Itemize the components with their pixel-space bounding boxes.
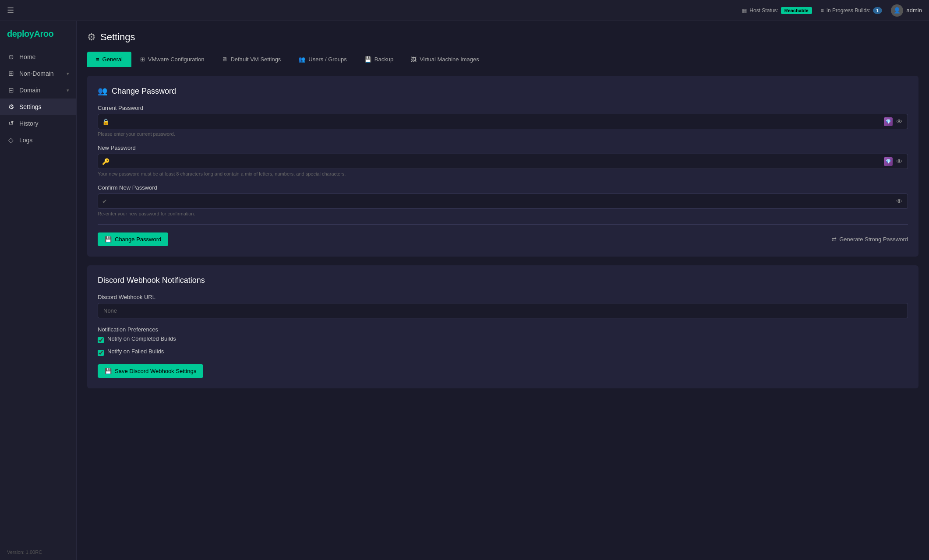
divider	[98, 224, 908, 225]
history-icon: ↺	[7, 120, 15, 127]
hamburger-icon[interactable]: ☰	[7, 6, 14, 15]
sidebar: deployAroo ⊙ Home ⊞ Non-Domain ▾ ⊟ Domai…	[0, 21, 77, 560]
change-password-button[interactable]: 💾 Change Password	[98, 232, 168, 246]
host-status-label: Host Status:	[749, 7, 778, 14]
logs-icon: ◇	[7, 136, 15, 144]
sidebar-item-label: History	[19, 120, 39, 127]
sidebar-item-non-domain[interactable]: ⊞ Non-Domain ▾	[0, 65, 76, 82]
tab-users-icon: 👥	[298, 56, 305, 63]
tab-backup[interactable]: 💾 Backup	[356, 52, 402, 67]
sidebar-item-home[interactable]: ⊙ Home	[0, 49, 76, 65]
non-domain-icon: ⊞	[7, 70, 15, 77]
in-progress-count: 1	[873, 7, 882, 14]
toggle-confirm-password-btn[interactable]: 👁	[894, 197, 904, 206]
tab-default-vm[interactable]: 🖥 Default VM Settings	[213, 52, 290, 67]
sidebar-item-label: Settings	[19, 103, 42, 110]
topbar-right: ▦ Host Status: Reachable ≡ In Progress B…	[742, 4, 922, 17]
shuffle-icon: ⇄	[832, 236, 837, 243]
save-discord-button[interactable]: 💾 Save Discord Webhook Settings	[98, 364, 203, 378]
sidebar-item-label: Home	[19, 53, 35, 60]
toggle-current-password-btn[interactable]: 👁	[894, 117, 904, 126]
tab-general[interactable]: ≡ General	[87, 52, 131, 67]
notify-failed-checkbox[interactable]	[98, 350, 104, 356]
notify-completed-row: Notify on Completed Builds	[98, 335, 908, 345]
host-status-badge: Reachable	[781, 7, 812, 14]
generate-password-button[interactable]: ⇄ Generate Strong Password	[832, 236, 908, 243]
new-password-group: New Password 🔑 💎 👁 Your new password mus…	[98, 144, 908, 176]
notify-failed-label: Notify on Failed Builds	[107, 348, 164, 355]
change-password-card: 👥 Change Password Current Password 🔒 💎 👁…	[87, 76, 918, 257]
tab-general-label: General	[102, 56, 123, 63]
tab-general-icon: ≡	[96, 56, 99, 63]
sidebar-logo: deployAroo	[0, 21, 76, 45]
toggle-new-password-btn[interactable]: 👁	[894, 157, 904, 166]
confirm-password-label: Confirm New Password	[98, 184, 908, 191]
webhook-url-input[interactable]	[98, 303, 908, 318]
new-password-label: New Password	[98, 144, 908, 151]
new-password-actions: 💎 👁	[884, 157, 904, 166]
current-password-input[interactable]	[98, 114, 908, 129]
current-password-group: Current Password 🔒 💎 👁 Please enter your…	[98, 105, 908, 137]
tab-images-icon: 🖼	[411, 56, 417, 63]
tab-backup-label: Backup	[374, 56, 393, 63]
users-icon: 👥	[98, 86, 107, 96]
discord-save-row: 💾 Save Discord Webhook Settings	[98, 364, 908, 378]
tab-backup-icon: 💾	[364, 56, 371, 63]
gem-icon: 💎	[884, 157, 893, 166]
notify-completed-label: Notify on Completed Builds	[107, 335, 176, 342]
sidebar-item-logs[interactable]: ◇ Logs	[0, 132, 76, 148]
notification-preferences: Notification Preferences Notify on Compl…	[98, 326, 908, 357]
discord-section-title: Discord Webhook Notifications	[98, 276, 908, 285]
confirm-password-input[interactable]	[98, 194, 908, 209]
tab-users-groups[interactable]: 👥 Users / Groups	[290, 52, 355, 67]
logo-text1: deploy	[7, 29, 34, 39]
save-icon: 💾	[105, 368, 112, 374]
webhook-url-group: Discord Webhook URL	[98, 294, 908, 318]
tab-default-vm-label: Default VM Settings	[230, 56, 281, 63]
logo-text2: Aroo	[34, 29, 53, 39]
confirm-password-actions: 👁	[894, 197, 904, 206]
sidebar-item-domain[interactable]: ⊟ Domain ▾	[0, 82, 76, 99]
confirm-password-wrapper: ✔ 👁	[98, 194, 908, 209]
sidebar-item-label: Non-Domain	[19, 70, 54, 77]
change-password-title: 👥 Change Password	[98, 86, 908, 96]
current-password-label: Current Password	[98, 105, 908, 111]
sidebar-item-history[interactable]: ↺ History	[0, 115, 76, 132]
page-title-text: Settings	[100, 32, 135, 43]
in-progress-builds: ≡ In Progress Builds: 1	[821, 7, 882, 14]
tab-vm-images-label: Virtual Machine Images	[420, 56, 479, 63]
settings-icon: ⚙	[7, 103, 15, 111]
chevron-down-icon: ▾	[67, 88, 69, 93]
change-password-btn-label: Change Password	[115, 236, 161, 243]
page-title: ⚙ Settings	[87, 32, 918, 43]
domain-icon: ⊟	[7, 86, 15, 94]
password-btn-row: 💾 Change Password ⇄ Generate Strong Pass…	[98, 232, 908, 246]
in-progress-label: In Progress Builds:	[827, 7, 871, 14]
avatar: 👤	[891, 4, 903, 17]
builds-icon: ≡	[821, 7, 824, 14]
generate-password-btn-label: Generate Strong Password	[839, 236, 908, 243]
layout: deployAroo ⊙ Home ⊞ Non-Domain ▾ ⊟ Domai…	[0, 21, 929, 560]
confirm-password-group: Confirm New Password ✔ 👁 Re-enter your n…	[98, 184, 908, 216]
key-icon: 🔑	[102, 158, 110, 165]
notify-completed-checkbox[interactable]	[98, 337, 104, 343]
discord-webhook-card: Discord Webhook Notifications Discord We…	[87, 265, 918, 388]
user-menu[interactable]: 👤 admin	[891, 4, 922, 17]
new-password-input[interactable]	[98, 154, 908, 169]
sidebar-item-settings[interactable]: ⚙ Settings	[0, 99, 76, 115]
check-icon: ✔	[102, 198, 107, 205]
save-discord-btn-label: Save Discord Webhook Settings	[115, 368, 196, 374]
tab-vm-images[interactable]: 🖼 Virtual Machine Images	[402, 52, 488, 67]
topbar: ☰ ▦ Host Status: Reachable ≡ In Progress…	[0, 0, 929, 21]
tab-vmware[interactable]: ⊞ VMware Configuration	[131, 52, 213, 67]
tab-vmware-label: VMware Configuration	[148, 56, 205, 63]
sidebar-item-label: Logs	[19, 137, 32, 144]
new-password-hint: Your new password must be at least 8 cha…	[98, 171, 908, 176]
notification-prefs-label: Notification Preferences	[98, 326, 908, 333]
notify-failed-row: Notify on Failed Builds	[98, 348, 908, 357]
save-icon: 💾	[105, 236, 112, 243]
tab-users-label: Users / Groups	[308, 56, 346, 63]
current-password-wrapper: 🔒 💎 👁	[98, 114, 908, 129]
user-name-label: admin	[907, 7, 922, 14]
change-password-title-text: Change Password	[112, 87, 176, 96]
